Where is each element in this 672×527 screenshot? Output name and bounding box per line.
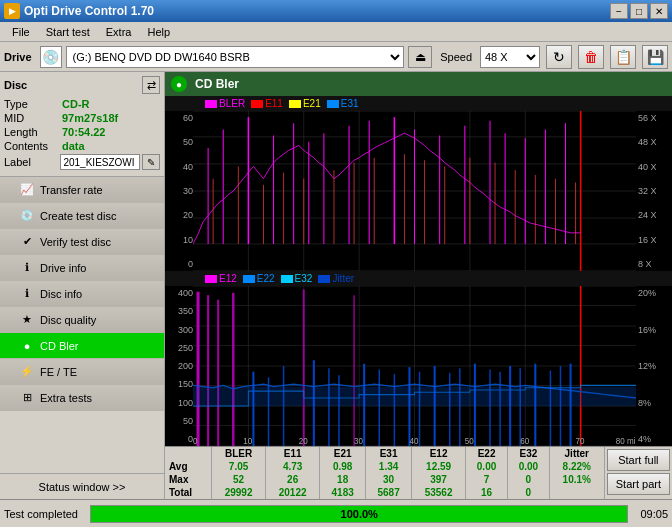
status-window-button[interactable]: Status window >> xyxy=(0,473,164,499)
col-header-e32: E32 xyxy=(507,447,549,460)
e11-color xyxy=(251,100,263,108)
action-buttons: Start full Start part xyxy=(605,447,672,499)
total-e22: 16 xyxy=(466,486,508,499)
nav-cd-bler[interactable]: ● CD Bler xyxy=(0,333,164,359)
lower-y-axis-right: 20% 16% 12% 8% 4% xyxy=(636,286,672,446)
svg-text:50: 50 xyxy=(465,435,474,446)
avg-e31: 1.34 xyxy=(366,460,412,473)
avg-bler: 7.05 xyxy=(212,460,266,473)
start-full-button[interactable]: Start full xyxy=(607,449,670,471)
disc-info-icon: ℹ xyxy=(20,287,34,300)
contents-label: Contents xyxy=(4,140,62,152)
status-window-label: Status window >> xyxy=(39,481,126,493)
menu-file[interactable]: File xyxy=(4,24,38,40)
start-part-button[interactable]: Start part xyxy=(607,473,670,495)
upper-y-axis-left: 60 50 40 30 20 10 0 xyxy=(165,111,193,271)
lower-chart-svg-container: 400 350 300 250 200 150 100 50 0 xyxy=(165,286,672,446)
app-icon: ▶ xyxy=(4,3,20,19)
disc-quality-icon: ★ xyxy=(20,313,34,326)
mid-value: 97m27s18f xyxy=(62,112,118,124)
elapsed-time: 09:05 xyxy=(640,508,668,520)
legend-e21: E21 xyxy=(289,98,321,109)
legend-e11: E11 xyxy=(251,98,283,109)
nav-create-test-disc[interactable]: 💿 Create test disc xyxy=(0,203,164,229)
save-button[interactable]: 💾 xyxy=(642,45,668,69)
col-header-e21: E21 xyxy=(320,447,366,460)
svg-text:80 min: 80 min xyxy=(616,435,636,446)
maximize-button[interactable]: □ xyxy=(630,3,648,19)
upper-chart-svg xyxy=(193,111,636,271)
nav-transfer-rate[interactable]: 📈 Transfer rate xyxy=(0,177,164,203)
max-e22: 7 xyxy=(466,473,508,486)
jitter-label: Jitter xyxy=(332,273,354,284)
legend-bler: BLER xyxy=(205,98,245,109)
e21-color xyxy=(289,100,301,108)
menu-extra[interactable]: Extra xyxy=(98,24,140,40)
max-e32: 0 xyxy=(507,473,549,486)
total-e32: 0 xyxy=(507,486,549,499)
max-e31: 30 xyxy=(366,473,412,486)
disc-refresh-button[interactable]: ⇄ xyxy=(142,76,160,94)
e22-color xyxy=(243,275,255,283)
drive-label: Drive xyxy=(4,51,32,63)
disc-section-title: Disc xyxy=(4,79,27,91)
disc-info-panel: Disc ⇄ Type CD-R MID 97m27s18f Length 70… xyxy=(0,72,164,177)
table-row-avg: Avg 7.05 4.73 0.98 1.34 12.59 0.00 0.00 … xyxy=(165,460,604,473)
close-button[interactable]: ✕ xyxy=(650,3,668,19)
legend-jitter: Jitter xyxy=(318,273,354,284)
speed-select[interactable]: 48 X xyxy=(480,46,540,68)
title-bar: ▶ Opti Drive Control 1.70 − □ ✕ xyxy=(0,0,672,22)
e31-label: E31 xyxy=(341,98,359,109)
progress-bar: 100.0% xyxy=(90,505,628,523)
copy-button[interactable]: 📋 xyxy=(610,45,636,69)
col-header-e11: E11 xyxy=(266,447,320,460)
upper-legend: BLER E11 E21 E31 xyxy=(165,96,672,111)
menu-help[interactable]: Help xyxy=(139,24,178,40)
e32-label: E32 xyxy=(295,273,313,284)
main-layout: Disc ⇄ Type CD-R MID 97m27s18f Length 70… xyxy=(0,72,672,499)
nav-extra-tests[interactable]: ⊞ Extra tests xyxy=(0,385,164,411)
label-input[interactable] xyxy=(60,154,140,170)
menu-bar: File Start test Extra Help xyxy=(0,22,672,42)
e21-label: E21 xyxy=(303,98,321,109)
svg-text:70: 70 xyxy=(576,435,585,446)
svg-text:20: 20 xyxy=(299,435,308,446)
nav-fe-te-label: FE / TE xyxy=(40,366,77,378)
total-label: Total xyxy=(165,486,212,499)
nav-verify-disc-label: Verify test disc xyxy=(40,236,111,248)
create-disc-icon: 💿 xyxy=(20,209,34,222)
nav-disc-quality[interactable]: ★ Disc quality xyxy=(0,307,164,333)
minimize-button[interactable]: − xyxy=(610,3,628,19)
nav-disc-info-label: Disc info xyxy=(40,288,82,300)
length-value: 70:54.22 xyxy=(62,126,105,138)
col-header-e22: E22 xyxy=(466,447,508,460)
nav-menu: 📈 Transfer rate 💿 Create test disc ✔ Ver… xyxy=(0,177,164,473)
lower-chart-area: E12 E22 E32 Jitter 400 xyxy=(165,271,672,446)
lower-y-axis-left: 400 350 300 250 200 150 100 50 0 xyxy=(165,286,193,446)
total-e21: 4183 xyxy=(320,486,366,499)
label-edit-button[interactable]: ✎ xyxy=(142,154,160,170)
lower-legend: E12 E22 E32 Jitter xyxy=(165,271,672,286)
nav-disc-info[interactable]: ℹ Disc info xyxy=(0,281,164,307)
nav-verify-test-disc[interactable]: ✔ Verify test disc xyxy=(0,229,164,255)
drive-select[interactable]: (G:) BENQ DVD DD DW1640 BSRB xyxy=(66,46,405,68)
lower-chart-svg: 0 10 20 30 40 50 60 70 80 min xyxy=(193,286,636,446)
svg-text:40: 40 xyxy=(409,435,418,446)
eject-button[interactable]: ⏏ xyxy=(408,46,432,68)
e12-color xyxy=(205,275,217,283)
nav-drive-info[interactable]: ℹ Drive info xyxy=(0,255,164,281)
total-e12: 53562 xyxy=(412,486,466,499)
max-e21: 18 xyxy=(320,473,366,486)
data-table-area: BLER E11 E21 E31 E12 E22 E32 Jitter Avg xyxy=(165,446,672,499)
avg-jitter: 8.22% xyxy=(549,460,604,473)
menu-start-test[interactable]: Start test xyxy=(38,24,98,40)
erase-button[interactable]: 🗑 xyxy=(578,45,604,69)
table-row-total: Total 29992 20122 4183 5687 53562 16 0 xyxy=(165,486,604,499)
nav-extra-tests-label: Extra tests xyxy=(40,392,92,404)
fe-te-icon: ⚡ xyxy=(20,365,34,378)
nav-fe-te[interactable]: ⚡ FE / TE xyxy=(0,359,164,385)
legend-e32: E32 xyxy=(281,273,313,284)
jitter-color xyxy=(318,275,330,283)
upper-chart-area: BLER E11 E21 E31 60 xyxy=(165,96,672,271)
refresh-button[interactable]: ↻ xyxy=(546,45,572,69)
